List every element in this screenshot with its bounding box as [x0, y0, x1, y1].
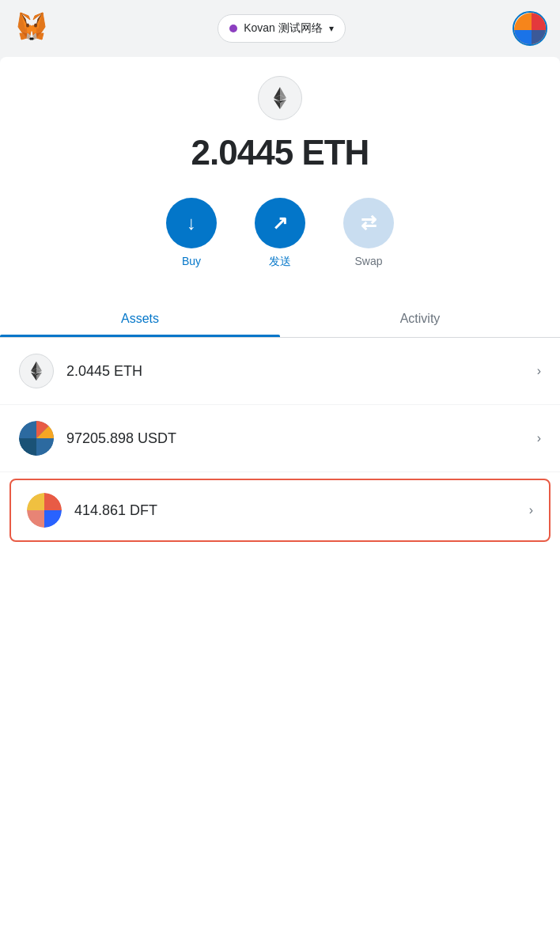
dft-asset-info: 414.861 DFT	[74, 502, 529, 519]
send-action[interactable]: ↗ 发送	[255, 198, 305, 269]
swap-action[interactable]: ⇄ Swap	[343, 198, 394, 269]
usdt-asset-amount: 97205.898 USDT	[66, 430, 176, 446]
swap-label: Swap	[354, 255, 382, 267]
buy-button[interactable]: ↓	[166, 198, 217, 248]
dft-asset-icon	[27, 493, 62, 528]
send-icon: ↗	[272, 212, 288, 234]
asset-item-usdt[interactable]: 97205.898 USDT ›	[0, 405, 560, 472]
metamask-logo[interactable]	[13, 9, 51, 47]
eth-asset-info: 2.0445 ETH	[66, 363, 537, 380]
eth-icon	[258, 76, 302, 120]
send-label: 发送	[269, 255, 291, 269]
eth-icon-container	[0, 76, 560, 120]
eth-asset-amount: 2.0445 ETH	[66, 363, 142, 379]
eth-asset-icon	[19, 354, 54, 388]
header: Kovan 测试网络 ▾	[0, 0, 560, 57]
usdt-asset-info: 97205.898 USDT	[66, 430, 537, 447]
asset-list: 2.0445 ETH › 97205.898 USDT ›	[0, 338, 560, 542]
network-name: Kovan 测试网络	[244, 21, 323, 36]
svg-marker-10	[30, 38, 33, 40]
usdt-chevron-icon: ›	[537, 431, 541, 445]
dft-chevron-icon: ›	[529, 503, 533, 517]
usdt-asset-icon	[19, 421, 54, 456]
eth-chevron-icon: ›	[537, 364, 541, 378]
send-button[interactable]: ↗	[255, 198, 305, 248]
svg-point-28	[26, 24, 29, 28]
balance-amount: 2.0445 ETH	[191, 133, 369, 172]
buy-action[interactable]: ↓ Buy	[166, 198, 217, 269]
tab-assets[interactable]: Assets	[0, 301, 280, 337]
network-selector[interactable]: Kovan 测试网络 ▾	[218, 14, 346, 43]
asset-item-eth[interactable]: 2.0445 ETH ›	[0, 338, 560, 405]
dft-asset-amount: 414.861 DFT	[74, 502, 157, 518]
buy-label: Buy	[182, 255, 201, 267]
svg-marker-25	[27, 26, 36, 33]
tabs-container: Assets Activity	[0, 301, 560, 338]
actions-container: ↓ Buy ↗ 发送 ⇄ Swap	[0, 198, 560, 269]
asset-item-dft[interactable]: 414.861 DFT ›	[9, 479, 551, 542]
balance-container: 2.0445 ETH	[0, 133, 560, 172]
swap-icon: ⇄	[361, 212, 376, 234]
swap-button[interactable]: ⇄	[343, 198, 394, 248]
main-content: 2.0445 ETH ↓ Buy ↗ 发送 ⇄ Swap Assets	[0, 57, 560, 943]
svg-point-29	[34, 24, 37, 28]
chevron-down-icon: ▾	[329, 23, 334, 34]
download-icon: ↓	[187, 212, 196, 234]
avatar[interactable]	[513, 11, 547, 46]
tab-activity[interactable]: Activity	[280, 301, 560, 337]
network-dot	[229, 25, 237, 32]
